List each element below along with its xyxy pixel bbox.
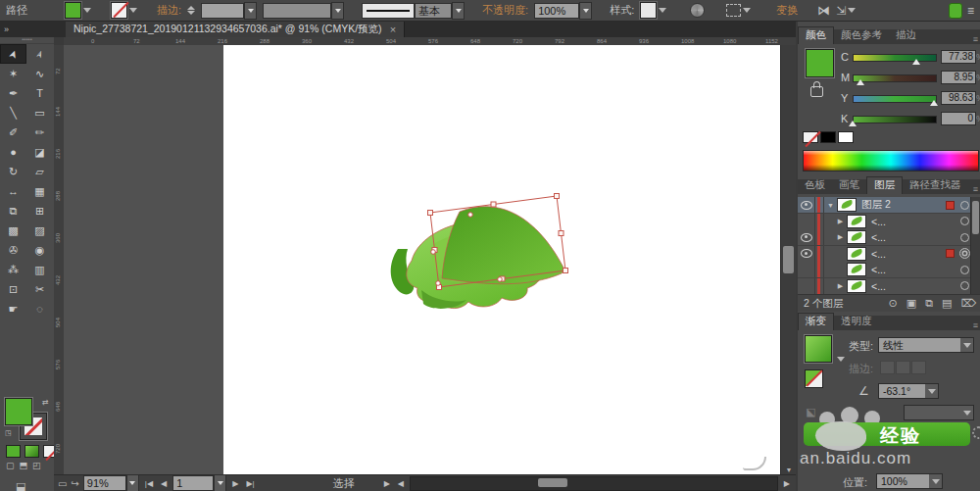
stroke-weight-stepper[interactable] xyxy=(187,6,195,15)
gradient-stroke-swatch[interactable] xyxy=(805,369,823,388)
target-circle-icon[interactable] xyxy=(957,248,971,259)
swap-fill-stroke-icon[interactable]: ⇄ xyxy=(42,398,49,407)
width-profile-dropdown[interactable] xyxy=(331,2,344,20)
isolate-object-icon[interactable]: ⧒ xyxy=(817,3,830,18)
target-circle-icon[interactable] xyxy=(957,233,971,242)
transform-link[interactable]: 变换 xyxy=(776,3,798,18)
target-circle-icon[interactable] xyxy=(957,281,971,290)
pen-tool[interactable]: ✒ xyxy=(0,83,26,103)
target-circle-icon[interactable] xyxy=(957,266,971,274)
draw-inside-icon[interactable]: ◰ xyxy=(32,461,41,470)
expand-toggle[interactable]: ▶ xyxy=(824,218,847,225)
hand-tool[interactable]: ☛ xyxy=(0,299,26,319)
expand-toggle[interactable]: ▶ xyxy=(824,233,847,241)
zoom-level-dropdown[interactable] xyxy=(126,474,139,491)
new-sublayer-icon[interactable]: ⧉ xyxy=(925,297,933,310)
prev-artboard-button[interactable]: ◀ xyxy=(159,479,169,488)
layers-scrollbar[interactable] xyxy=(970,197,980,295)
color-tab-1[interactable]: 颜色参考 xyxy=(834,27,889,44)
channel-value-field[interactable]: 98.63 xyxy=(941,91,976,105)
recolor-artwork-icon[interactable] xyxy=(690,3,705,18)
layer-name[interactable]: <... xyxy=(871,231,957,243)
layer-row-2[interactable]: ▶<... xyxy=(798,229,980,246)
color-spectrum-bar[interactable] xyxy=(803,150,979,172)
horizontal-scrollbar[interactable] xyxy=(410,476,778,491)
target-circle-icon[interactable] xyxy=(957,201,971,210)
style-swatch[interactable] xyxy=(640,2,657,19)
draw-behind-icon[interactable]: ⬒ xyxy=(20,461,28,470)
panel-menu-icon[interactable]: ≡ xyxy=(973,320,980,330)
layer-name[interactable]: <... xyxy=(871,280,957,292)
width-profile-field[interactable] xyxy=(263,3,331,19)
next-artboard-button[interactable]: ▶ xyxy=(230,479,240,488)
new-layer-icon[interactable]: ▤ xyxy=(942,297,952,310)
channel-slider[interactable] xyxy=(853,95,937,103)
brush-definition-dropdown[interactable]: 基本 xyxy=(362,2,465,20)
white-swatch[interactable] xyxy=(838,131,854,143)
draw-normal-icon[interactable]: ▢ xyxy=(6,461,15,470)
shape-builder-tool[interactable]: ⧉ xyxy=(0,201,26,221)
expand-toggle[interactable]: ▶ xyxy=(824,282,847,290)
layer-row-0[interactable]: ▼图层 2 xyxy=(798,197,980,214)
paintbrush-tool[interactable]: ✐ xyxy=(0,123,26,142)
channel-value-field[interactable]: 0 xyxy=(941,112,976,125)
type-tool[interactable]: T xyxy=(26,83,53,103)
gradient-tab-0[interactable]: 渐变 xyxy=(798,313,834,330)
expand-toggle[interactable]: ▼ xyxy=(824,202,837,209)
document-tab[interactable]: Nipic_27738721_20190121132934657036.ai* … xyxy=(66,22,405,37)
selection-tool[interactable]: ➤ xyxy=(0,44,26,64)
gradient-tab-1[interactable]: 透明度 xyxy=(834,314,879,330)
eraser-tool[interactable]: ◪ xyxy=(26,142,53,162)
stroke-color-dropdown[interactable] xyxy=(111,2,137,19)
scale-tool[interactable]: ▱ xyxy=(26,162,53,181)
dock-color-icon[interactable] xyxy=(949,3,962,19)
opacity-dropdown[interactable] xyxy=(579,2,592,20)
arrange-menu-button[interactable]: ⇲ xyxy=(836,4,856,18)
zoom-level-field[interactable]: 91% xyxy=(83,475,126,491)
leaf-artwork[interactable] xyxy=(382,184,598,331)
layer-name[interactable]: <... xyxy=(871,264,957,275)
opacity-label[interactable]: 不透明度: xyxy=(482,3,528,18)
select-similar-objects-button[interactable] xyxy=(726,4,751,17)
channel-slider[interactable] xyxy=(853,54,937,62)
default-fill-stroke-icon[interactable]: ◳ xyxy=(5,429,12,437)
gradient-type-dropdown[interactable]: 线性 xyxy=(878,337,974,353)
panel-menu-icon[interactable]: ≡ xyxy=(973,184,980,194)
layers-tab-0[interactable]: 色板 xyxy=(798,177,832,194)
first-artboard-button[interactable]: |◀ xyxy=(143,479,155,488)
visibility-toggle[interactable] xyxy=(798,197,815,213)
fill-indicator[interactable] xyxy=(5,398,32,425)
visibility-toggle[interactable] xyxy=(798,214,815,229)
canvas-viewport[interactable] xyxy=(64,45,780,474)
layer-name[interactable]: 图层 2 xyxy=(861,198,946,212)
blend-tool[interactable]: ◉ xyxy=(26,240,53,260)
scroll-left-icon[interactable]: ◀ xyxy=(396,479,406,488)
pencil-tool[interactable]: ✏ xyxy=(26,123,53,142)
close-icon[interactable]: × xyxy=(390,24,396,35)
panel-menu-icon[interactable]: ≡ xyxy=(967,4,974,18)
symbol-sprayer-tool[interactable]: ⁂ xyxy=(0,260,26,279)
layer-row-3[interactable]: <... xyxy=(798,246,980,263)
slider-handle-icon[interactable] xyxy=(849,121,857,126)
rotate-tool[interactable]: ↻ xyxy=(0,162,26,181)
width-tool[interactable]: ↔ xyxy=(0,181,26,201)
scrollbar-thumb[interactable] xyxy=(538,478,567,487)
locate-object-icon[interactable]: ⊙ xyxy=(889,297,898,310)
screen-mode-button[interactable]: ⬓ xyxy=(16,480,25,491)
style-dropdown[interactable] xyxy=(640,2,666,19)
status-left-icon-b[interactable]: ↪ xyxy=(71,478,78,489)
direct-selection-tool[interactable]: ➢ xyxy=(26,44,53,64)
none-swatch[interactable] xyxy=(803,131,818,143)
scroll-right-icon[interactable]: ▶ xyxy=(782,479,792,488)
lasso-tool[interactable]: ∿ xyxy=(26,64,53,83)
layer-name[interactable]: <... xyxy=(871,248,946,260)
perspective-grid-tool[interactable]: ⊞ xyxy=(26,201,53,221)
eyedropper-tool[interactable]: ✇ xyxy=(0,240,26,260)
layer-name[interactable]: <... xyxy=(871,216,957,227)
gradient-swatch-dropdown[interactable] xyxy=(837,357,845,362)
slider-handle-icon[interactable] xyxy=(930,100,938,106)
zoom-tool[interactable]: ◌ xyxy=(26,299,53,319)
blob-brush-tool[interactable]: ● xyxy=(0,142,26,162)
make-clip-mask-icon[interactable]: ▣ xyxy=(906,297,916,310)
fill-color-swatch[interactable] xyxy=(65,2,81,19)
